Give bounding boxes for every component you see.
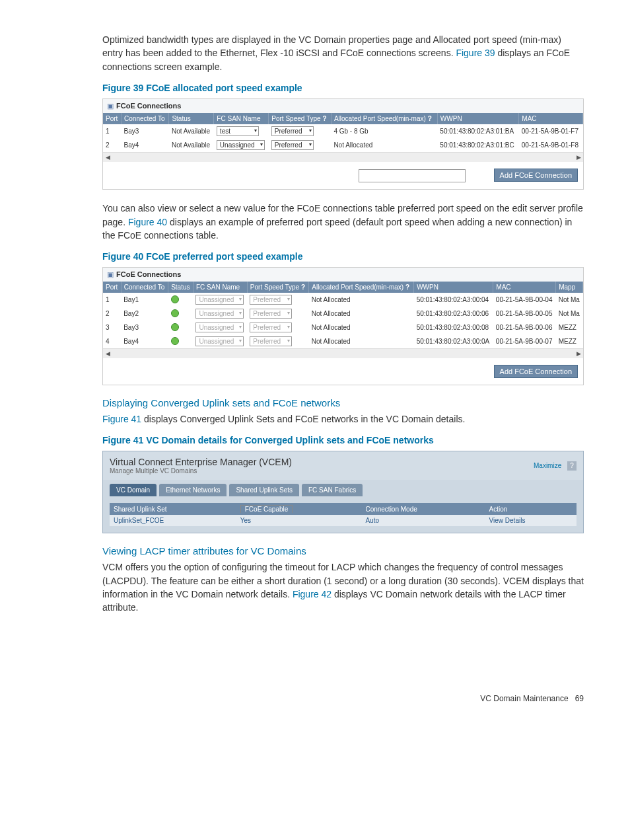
tab-ethernet[interactable]: Ethernet Networks bbox=[159, 484, 227, 496]
figure40-title: Figure 40 FCoE preferred port speed exam… bbox=[102, 251, 584, 262]
table-row: 2 Bay4 Not Available Unassigned Preferre… bbox=[103, 138, 583, 152]
table-row: 3Bay3UnassignedPreferredNot Allocated50:… bbox=[103, 321, 583, 334]
table-row: 1Bay1UnassignedPreferredNot Allocated50:… bbox=[103, 293, 583, 307]
th-wwpn: WWPN bbox=[437, 113, 518, 124]
table-row: 2Bay2UnassignedPreferredNot Allocated50:… bbox=[103, 307, 583, 321]
vcem-table: Shared Uplink Set FCoE Capable Connectio… bbox=[110, 503, 577, 526]
th-conn: Connected To bbox=[122, 113, 169, 124]
th-speedtype: Port Speed Type ? bbox=[269, 113, 332, 124]
th-alloc: Allocated Port Speed(min-max) ? bbox=[331, 113, 437, 124]
converged-section-title: Displaying Converged Uplink sets and FCo… bbox=[102, 397, 584, 408]
th-status: Status bbox=[169, 113, 214, 124]
add-fcoe-button[interactable]: Add FCoE Connection bbox=[494, 365, 578, 378]
figure42-link[interactable]: Figure 42 bbox=[293, 589, 332, 599]
lacp-para: VCM offers you the option of configuring… bbox=[102, 560, 584, 614]
figure41-title: Figure 41 VC Domain details for Converge… bbox=[102, 435, 584, 445]
add-fcoe-button[interactable]: Add FCoE Connection bbox=[494, 169, 578, 182]
vcem-title: Virtual Connect Enterprise Manager (VCEM… bbox=[110, 457, 292, 467]
san-dropdown[interactable]: test bbox=[217, 126, 259, 136]
san-dropdown[interactable]: Unassigned bbox=[195, 309, 244, 319]
vcem-tabs: VC Domain Ethernet Networks Shared Uplin… bbox=[103, 480, 583, 496]
scroll-right-icon[interactable]: ▶ bbox=[574, 153, 583, 162]
figure41-link[interactable]: Figure 41 bbox=[102, 414, 141, 424]
para2: You can also view or select a new value … bbox=[102, 202, 584, 242]
th-mac: MAC bbox=[519, 113, 583, 124]
figure39-title: Figure 39 FCoE allocated port speed exam… bbox=[102, 83, 584, 93]
status-ok-icon bbox=[171, 337, 179, 345]
figure39-screenshot: ▣FCoE Connections Port Connected To Stat… bbox=[102, 98, 584, 190]
maximize-link[interactable]: Maximize bbox=[534, 462, 561, 469]
view-details-link[interactable]: View Details bbox=[489, 517, 526, 524]
san-dropdown[interactable]: Unassigned bbox=[195, 336, 244, 346]
figure40-screenshot: ▣FCoE Connections Port Connected To Stat… bbox=[102, 267, 584, 385]
hscroll-bar[interactable]: ◀ ▶ bbox=[103, 152, 583, 162]
san-dropdown[interactable]: Unassigned bbox=[195, 295, 244, 305]
status-ok-icon bbox=[171, 323, 179, 331]
lacp-section-title: Viewing LACP timer attributes for VC Dom… bbox=[102, 545, 584, 556]
figure40-link[interactable]: Figure 40 bbox=[128, 217, 167, 227]
fcoe-panel-title: ▣FCoE Connections bbox=[103, 99, 583, 113]
san-dropdown[interactable]: Unassigned bbox=[195, 323, 244, 332]
speed-dropdown[interactable]: Preferred bbox=[271, 126, 314, 136]
table-row: UplinkSet_FCOE Yes Auto View Details bbox=[110, 515, 577, 526]
tab-vcdomain[interactable]: VC Domain bbox=[110, 484, 157, 496]
vcem-sub: Manage Multiple VC Domains bbox=[110, 467, 292, 475]
scroll-left-icon[interactable]: ◀ bbox=[103, 349, 112, 358]
table-row: 1 Bay3 Not Available test Preferred 4 Gb… bbox=[103, 124, 583, 138]
intro-paragraph: Optimized bandwidth types are displayed … bbox=[102, 33, 584, 73]
fcoe40-table: Port Connected To Status FC SAN Name Por… bbox=[103, 282, 583, 348]
scroll-left-icon[interactable]: ◀ bbox=[103, 153, 112, 162]
scroll-right-icon[interactable]: ▶ bbox=[574, 349, 583, 358]
speed-dropdown[interactable]: Preferred bbox=[250, 323, 292, 332]
tab-uplink[interactable]: Shared Uplink Sets bbox=[229, 484, 299, 496]
vcem-screenshot: Virtual Connect Enterprise Manager (VCEM… bbox=[102, 451, 584, 533]
fcoe39-table: Port Connected To Status FC SAN Name Por… bbox=[103, 113, 583, 152]
tab-fcsan[interactable]: FC SAN Fabrics bbox=[302, 484, 363, 496]
help-icon[interactable]: ? bbox=[567, 461, 577, 471]
hscroll-bar[interactable]: ◀ ▶ bbox=[103, 348, 583, 358]
speed-dropdown[interactable]: Preferred bbox=[250, 309, 292, 319]
fcoe-panel-title: ▣FCoE Connections bbox=[103, 268, 583, 282]
status-ok-icon bbox=[171, 309, 179, 317]
speed-dropdown[interactable]: Preferred bbox=[250, 295, 292, 305]
speed-dropdown[interactable]: Preferred bbox=[271, 140, 314, 150]
figure39-link[interactable]: Figure 39 bbox=[456, 48, 495, 58]
page-footer: VC Domain Maintenance 69 bbox=[102, 694, 584, 703]
speed-dropdown[interactable]: Preferred bbox=[250, 336, 292, 346]
converged-para: Figure 41 displays Converged Uplink Sets… bbox=[102, 412, 584, 426]
status-ok-icon bbox=[171, 295, 179, 303]
san-dropdown[interactable]: Unassigned bbox=[217, 140, 265, 150]
table-row: 4Bay4UnassignedPreferredNot Allocated50:… bbox=[103, 334, 583, 348]
th-port: Port bbox=[103, 113, 122, 124]
th-san: FC SAN Name bbox=[214, 113, 269, 124]
